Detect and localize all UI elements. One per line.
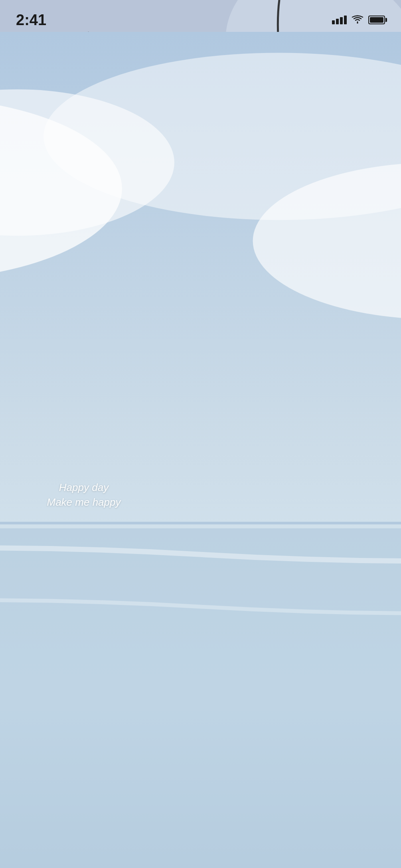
row-3: Happy dayMake me happy WidgetClub: [16, 391, 385, 548]
status-time: 2:41: [16, 12, 46, 29]
battery-icon: [368, 16, 385, 24]
widget-sky-bg: Happy dayMake me happy: [16, 391, 152, 519]
widget-sky[interactable]: Happy dayMake me happy: [16, 391, 152, 519]
status-icons: [332, 14, 385, 26]
signal-bars-icon: [332, 16, 347, 24]
wifi-icon: [352, 14, 363, 26]
row3-left: Happy dayMake me happy WidgetClub: [16, 391, 152, 533]
home-screen: Music make me happy WidgetClub Phone: [0, 32, 401, 868]
widget-sky-text: Happy dayMake me happy: [47, 480, 121, 509]
status-bar: 2:41: [0, 0, 401, 32]
